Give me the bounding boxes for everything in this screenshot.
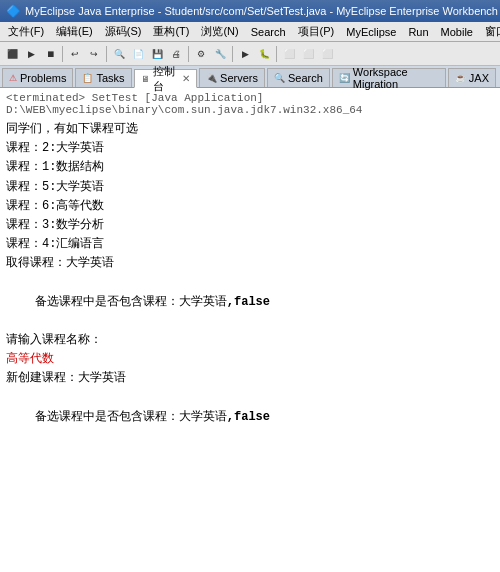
- console-icon: 🖥: [141, 74, 150, 84]
- console-line-12-text: 备选课程中是否包含课程：大学英语: [35, 410, 227, 424]
- console-area: <terminated> SetTest [Java Application] …: [0, 88, 500, 572]
- console-line-12-bold: ,false: [227, 410, 270, 424]
- toolbar-btn-10[interactable]: ⚙: [192, 45, 210, 63]
- title-bar-icon: 🔷: [6, 4, 21, 18]
- tab-console-label: 控制台: [153, 64, 178, 94]
- tab-tasks-label: Tasks: [96, 72, 124, 84]
- toolbar-btn-6[interactable]: 🔍: [110, 45, 128, 63]
- tab-migration-label: Workspace Migration: [353, 66, 439, 90]
- console-line-0: 同学们，有如下课程可选: [6, 120, 494, 139]
- console-line-7: 取得课程：大学英语: [6, 254, 494, 273]
- menu-file[interactable]: 文件(F): [2, 23, 50, 40]
- toolbar-btn-15[interactable]: ⬜: [299, 45, 317, 63]
- console-line-1: 课程：2:大学英语: [6, 139, 494, 158]
- toolbar-btn-1[interactable]: ⬛: [3, 45, 21, 63]
- toolbar-btn-14[interactable]: ⬜: [280, 45, 298, 63]
- console-line-10: 高等代数: [6, 350, 494, 369]
- console-line-2: 课程：1:数据结构: [6, 158, 494, 177]
- title-bar-text: MyEclipse Java Enterprise - Student/src/…: [25, 5, 498, 17]
- tab-jax-label: JAX: [469, 72, 489, 84]
- menu-navigate[interactable]: 浏览(N): [195, 23, 244, 40]
- jax-icon: ☕: [455, 73, 466, 83]
- console-line-5: 课程：3:数学分析: [6, 216, 494, 235]
- toolbar-sep-3: [188, 46, 189, 62]
- menu-refactor[interactable]: 重构(T): [147, 23, 195, 40]
- tab-console-close[interactable]: ✕: [182, 73, 190, 84]
- console-line-8: 备选课程中是否包含课程：大学英语,false: [6, 274, 494, 332]
- tab-search[interactable]: 🔍 Search: [267, 68, 330, 87]
- toolbar-btn-7[interactable]: 📄: [129, 45, 147, 63]
- migration-icon: 🔄: [339, 73, 350, 83]
- tab-servers-label: Servers: [220, 72, 258, 84]
- menu-window[interactable]: 窗口(W): [479, 23, 500, 40]
- menu-run[interactable]: Run: [402, 25, 434, 39]
- toolbar-btn-9[interactable]: 🖨: [167, 45, 185, 63]
- toolbar-btn-2[interactable]: ▶: [22, 45, 40, 63]
- toolbar-btn-16[interactable]: ⬜: [318, 45, 336, 63]
- menu-edit[interactable]: 编辑(E): [50, 23, 99, 40]
- tab-search-label: Search: [288, 72, 323, 84]
- console-header: <terminated> SetTest [Java Application] …: [6, 92, 494, 116]
- menu-bar: 文件(F) 编辑(E) 源码(S) 重构(T) 浏览(N) Search 项目(…: [0, 22, 500, 42]
- tab-problems-label: Problems: [20, 72, 66, 84]
- title-bar: 🔷 MyEclipse Java Enterprise - Student/sr…: [0, 0, 500, 22]
- toolbar-btn-8[interactable]: 💾: [148, 45, 166, 63]
- menu-mobile[interactable]: Mobile: [435, 25, 479, 39]
- toolbar-sep-1: [62, 46, 63, 62]
- tab-migration[interactable]: 🔄 Workspace Migration: [332, 68, 446, 87]
- console-line-8-text: 备选课程中是否包含课程：大学英语: [35, 295, 227, 309]
- toolbar-sep-4: [232, 46, 233, 62]
- tab-tasks[interactable]: 📋 Tasks: [75, 68, 131, 87]
- tab-problems[interactable]: ⚠ Problems: [2, 68, 73, 87]
- toolbar-btn-13[interactable]: 🐛: [255, 45, 273, 63]
- tab-servers[interactable]: 🔌 Servers: [199, 68, 265, 87]
- tab-console[interactable]: 🖥 控制台 ✕: [134, 69, 198, 88]
- console-line-3: 课程：5:大学英语: [6, 178, 494, 197]
- console-line-6: 课程：4:汇编语言: [6, 235, 494, 254]
- tasks-icon: 📋: [82, 73, 93, 83]
- toolbar-btn-4[interactable]: ↩: [66, 45, 84, 63]
- console-line-11: 新创建课程：大学英语: [6, 369, 494, 388]
- console-line-12: 备选课程中是否包含课程：大学英语,false: [6, 389, 494, 447]
- menu-myeclipse[interactable]: MyEclipse: [340, 25, 402, 39]
- toolbar: ⬛ ▶ ⏹ ↩ ↪ 🔍 📄 💾 🖨 ⚙ 🔧 ▶ 🐛 ⬜ ⬜ ⬜: [0, 42, 500, 66]
- toolbar-btn-11[interactable]: 🔧: [211, 45, 229, 63]
- toolbar-btn-5[interactable]: ↪: [85, 45, 103, 63]
- toolbar-sep-2: [106, 46, 107, 62]
- menu-source[interactable]: 源码(S): [99, 23, 148, 40]
- search-icon: 🔍: [274, 73, 285, 83]
- toolbar-btn-12[interactable]: ▶: [236, 45, 254, 63]
- tab-bar: ⚠ Problems 📋 Tasks 🖥 控制台 ✕ 🔌 Servers 🔍 S…: [0, 66, 500, 88]
- menu-project[interactable]: 项目(P): [292, 23, 341, 40]
- menu-search[interactable]: Search: [245, 25, 292, 39]
- toolbar-sep-5: [276, 46, 277, 62]
- servers-icon: 🔌: [206, 73, 217, 83]
- console-line-8-bold: ,false: [227, 295, 270, 309]
- toolbar-btn-3[interactable]: ⏹: [41, 45, 59, 63]
- tab-jax[interactable]: ☕ JAX: [448, 68, 496, 87]
- console-line-4: 课程：6:高等代数: [6, 197, 494, 216]
- problems-icon: ⚠: [9, 73, 17, 83]
- console-line-9: 请输入课程名称：: [6, 331, 494, 350]
